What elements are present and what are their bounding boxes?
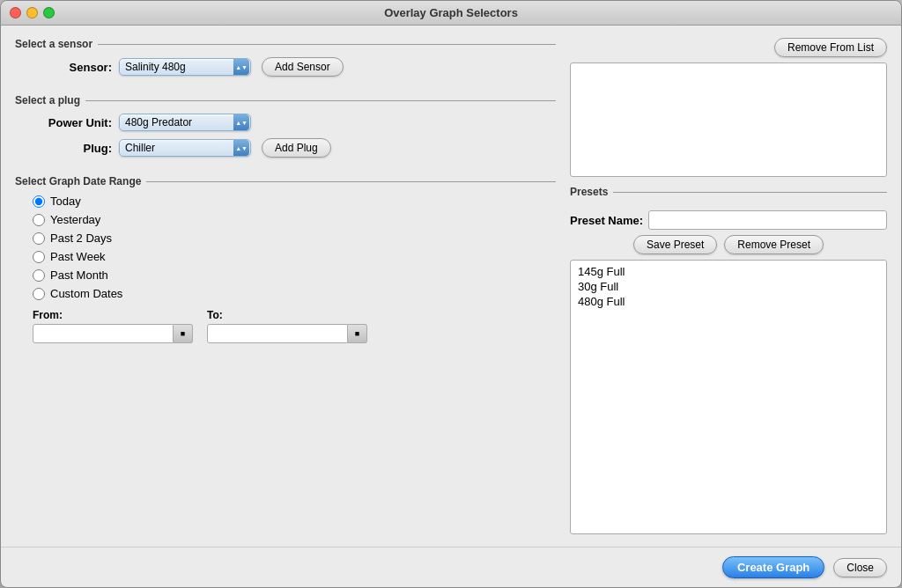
power-unit-select-wrapper[interactable]: 480g Predator 145g Predator 30g Predator [119, 114, 251, 131]
presets-list-box[interactable]: 145g Full 30g Full 480g Full [570, 260, 887, 534]
radio-pastweek[interactable]: Past Week [33, 250, 556, 263]
window-controls [10, 7, 55, 18]
top-right: Remove From List [570, 38, 887, 177]
list-item[interactable]: 30g Full [574, 279, 883, 294]
add-sensor-button[interactable]: Add Sensor [262, 57, 344, 77]
date-range-header: Select Graph Date Range [15, 175, 556, 187]
sensor-select-wrapper[interactable]: Salinity 480g Temperature 480g pH 480g [119, 58, 251, 76]
preset-name-input[interactable] [648, 210, 887, 230]
remove-btn-row: Remove From List [570, 38, 887, 57]
date-range-inputs: From: ■ To: ■ [33, 309, 556, 343]
main-window: Overlay Graph Selectors Select a sensor … [0, 0, 902, 588]
window-title: Overlay Graph Selectors [384, 6, 518, 19]
radio-pastweek-input[interactable] [33, 251, 45, 263]
presets-section: Presets Preset Name: Save Preset Remove … [570, 186, 887, 534]
radio-pastmonth-label: Past Month [50, 268, 108, 282]
date-range-section: Select Graph Date Range Today Yesterday … [15, 175, 556, 343]
power-unit-label: Power Unit: [33, 116, 112, 129]
close-window-button[interactable] [10, 7, 21, 18]
preset-buttons-row: Save Preset Remove Preset [570, 235, 887, 254]
add-plug-button[interactable]: Add Plug [262, 138, 331, 158]
remove-preset-button[interactable]: Remove Preset [724, 235, 824, 254]
sensor-row: Sensor: Salinity 480g Temperature 480g p… [33, 57, 556, 77]
remove-from-list-button[interactable]: Remove From List [774, 38, 887, 57]
plug-row: Plug: Chiller Heater Light Pump Add Plug [33, 138, 556, 158]
preset-name-row: Preset Name: [570, 210, 887, 230]
maximize-window-button[interactable] [43, 7, 55, 18]
radio-pastweek-label: Past Week [50, 250, 106, 263]
right-panel: Remove From List Presets Preset Name: Sa… [570, 38, 887, 534]
to-field: To: ■ [207, 309, 367, 343]
minimize-window-button[interactable] [26, 7, 38, 18]
radio-pastmonth-input[interactable] [33, 269, 45, 282]
radio-custom-label: Custom Dates [50, 287, 122, 300]
close-button[interactable]: Close [833, 558, 887, 577]
from-input[interactable] [33, 324, 174, 343]
sensor-list-box[interactable] [570, 62, 887, 177]
plug-select-wrapper[interactable]: Chiller Heater Light Pump [119, 139, 251, 157]
to-calendar-button[interactable]: ■ [348, 324, 367, 343]
list-item[interactable]: 480g Full [574, 294, 883, 309]
radio-past2days-input[interactable] [33, 232, 45, 245]
content-area: Select a sensor Sensor: Salinity 480g Te… [1, 26, 901, 547]
plug-section-header: Select a plug [15, 94, 556, 107]
from-input-wrap: ■ [33, 324, 193, 343]
radio-today-label: Today [50, 195, 81, 208]
sensor-select[interactable]: Salinity 480g Temperature 480g pH 480g [119, 58, 251, 76]
title-bar: Overlay Graph Selectors [1, 1, 901, 26]
radio-yesterday[interactable]: Yesterday [33, 213, 556, 226]
presets-header: Presets [570, 186, 887, 198]
radio-past2days[interactable]: Past 2 Days [33, 232, 556, 245]
plug-section: Select a plug Power Unit: 480g Predator … [15, 94, 556, 165]
preset-name-label: Preset Name: [570, 214, 643, 227]
radio-today-input[interactable] [33, 195, 45, 208]
save-preset-button[interactable]: Save Preset [633, 235, 717, 254]
from-calendar-button[interactable]: ■ [174, 324, 193, 343]
from-label: From: [33, 309, 193, 321]
left-panel: Select a sensor Sensor: Salinity 480g Te… [15, 38, 556, 534]
radio-today[interactable]: Today [33, 195, 556, 208]
plug-select[interactable]: Chiller Heater Light Pump [119, 139, 251, 157]
date-range-radio-group: Today Yesterday Past 2 Days Past Week [33, 195, 556, 300]
radio-pastmonth[interactable]: Past Month [33, 268, 556, 282]
sensor-section-header: Select a sensor [15, 38, 556, 50]
to-label: To: [207, 309, 367, 321]
power-unit-select[interactable]: 480g Predator 145g Predator 30g Predator [119, 114, 251, 131]
to-input-wrap: ■ [207, 324, 367, 343]
list-item[interactable]: 145g Full [574, 264, 883, 279]
radio-past2days-label: Past 2 Days [50, 232, 112, 245]
plug-label: Plug: [33, 142, 112, 155]
sensor-label: Sensor: [33, 61, 112, 74]
radio-custom-input[interactable] [33, 288, 45, 300]
power-unit-row: Power Unit: 480g Predator 145g Predator … [33, 114, 556, 131]
to-input[interactable] [207, 324, 348, 343]
bottom-bar: Create Graph Close [1, 547, 901, 587]
radio-yesterday-input[interactable] [33, 214, 45, 226]
radio-custom[interactable]: Custom Dates [33, 287, 556, 300]
from-field: From: ■ [33, 309, 193, 343]
create-graph-button[interactable]: Create Graph [722, 556, 824, 578]
sensor-section: Select a sensor Sensor: Salinity 480g Te… [15, 38, 556, 84]
radio-yesterday-label: Yesterday [50, 213, 100, 226]
